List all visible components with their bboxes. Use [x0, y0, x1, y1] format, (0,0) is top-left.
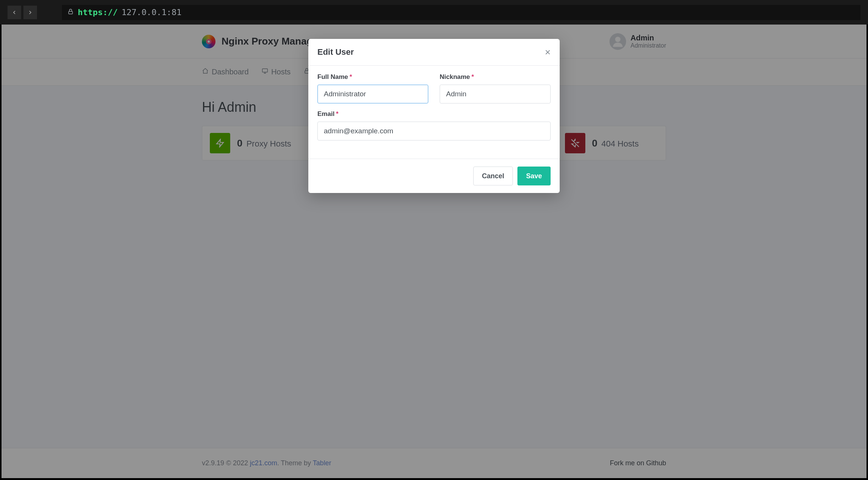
email-input[interactable]: [317, 122, 551, 140]
required-indicator: *: [471, 73, 474, 80]
browser-forward-button[interactable]: [23, 6, 37, 19]
modal-title: Edit User: [317, 47, 354, 57]
full-name-input[interactable]: [317, 85, 428, 103]
cancel-button[interactable]: Cancel: [473, 167, 513, 185]
browser-address-bar[interactable]: https://127.0.0.1:81: [62, 5, 860, 20]
required-indicator: *: [336, 110, 339, 117]
full-name-label: Full Name*: [317, 73, 428, 81]
nickname-input[interactable]: [440, 85, 551, 103]
nickname-label: Nickname*: [440, 73, 551, 81]
browser-chrome-bar: https://127.0.0.1:81: [0, 0, 868, 25]
url-host: 127.0.0.1:81: [122, 8, 182, 17]
lock-icon: [67, 8, 74, 17]
modal-close-button[interactable]: ×: [545, 47, 551, 57]
modal-backdrop[interactable]: Edit User × Full Name* Nickname* Email*: [2, 25, 866, 478]
email-label: Email*: [317, 110, 551, 118]
svg-rect-0: [69, 11, 73, 14]
modal-edit-user: Edit User × Full Name* Nickname* Email*: [308, 39, 560, 193]
save-button[interactable]: Save: [517, 167, 551, 185]
url-protocol: https://: [78, 8, 118, 17]
browser-back-button[interactable]: [8, 6, 21, 19]
close-icon: ×: [545, 46, 551, 58]
required-indicator: *: [349, 73, 352, 80]
